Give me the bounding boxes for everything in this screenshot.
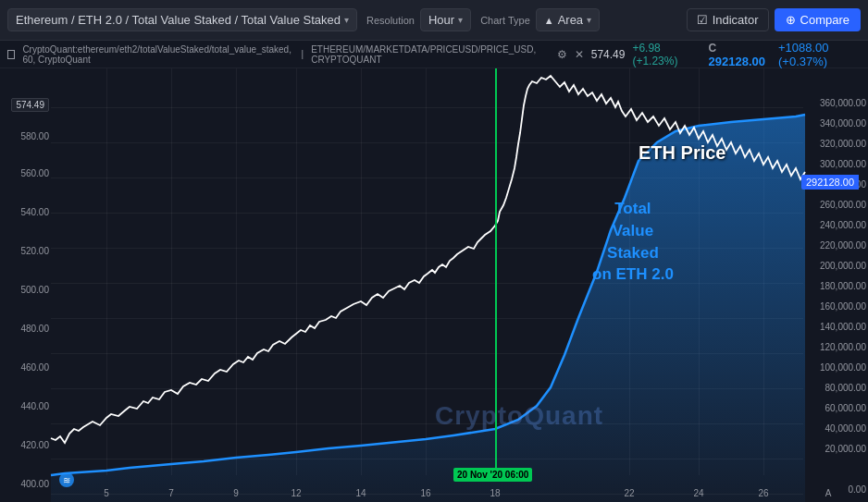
indicator-checkbox: ☑: [697, 13, 708, 27]
y-axis-left: 574.49 580.00 560.00 540.00 520.00 500.0…: [0, 96, 51, 494]
top-bar: Ethereum / ETH 2.0 / Total Value Staked …: [0, 0, 868, 41]
tvs-label: Total Value Staked on ETH 2.0: [592, 198, 674, 286]
legend-series: CryptoQuant:ethereum/eth2/totalValueStak…: [22, 44, 293, 65]
y-right-14: 100,000.00: [820, 362, 866, 373]
settings-icon[interactable]: ⚙: [557, 48, 567, 61]
y-right-16: 60,000.00: [825, 403, 867, 413]
x-label-14: 14: [355, 488, 366, 498]
y-right-1: 360,000.00: [820, 98, 866, 108]
y-left-4: 520.00: [20, 246, 49, 256]
compare-icon: ⊕: [786, 13, 796, 27]
chart-type-value: Area: [558, 13, 583, 27]
y-right-10: 180,000.00: [820, 281, 866, 291]
y-right-9: 200,000.00: [820, 261, 866, 271]
resolution-section-label: Resolution: [366, 15, 415, 26]
compare-label: Compare: [800, 13, 849, 27]
resolution-value: Hour: [428, 13, 454, 27]
indicator-label: Indicator: [713, 13, 759, 27]
symbol-label: Ethereum / ETH 2.0 / Total Value Staked …: [16, 13, 341, 27]
y-left-8: 440.00: [20, 401, 49, 411]
chart-svg: ≋: [0, 68, 868, 502]
y-left-3: 540.00: [20, 207, 49, 217]
resolution-chevron: ▾: [458, 15, 463, 25]
info-bar: CryptoQuant:ethereum/eth2/totalValueStak…: [0, 41, 868, 68]
y-right-4: 300,000.00: [820, 159, 866, 169]
resolution-dropdown[interactable]: Hour ▾: [420, 8, 471, 31]
x-label-24: 24: [693, 488, 703, 498]
separator1: |: [302, 49, 304, 59]
y-left-9: 420.00: [20, 440, 49, 450]
y-axis-right: 360,000.00 340,000.00 320,000.00 300,000…: [801, 96, 868, 494]
symbol-chevron: ▾: [344, 15, 349, 25]
y-right-12: 140,000.00: [820, 322, 866, 332]
y-left-1: 580.00: [20, 131, 49, 141]
y-right-3: 320,000.00: [820, 139, 866, 149]
price-change: +6.98 (+1.23%): [632, 42, 693, 67]
chart-container: CryptoQuant:ethereum/eth2/totalValueStak…: [0, 41, 868, 502]
green-line-date: 20 Nov '20 06:00: [453, 468, 532, 482]
y-left-5: 500.00: [20, 285, 49, 295]
y-right-18: 20,000.00: [825, 444, 867, 454]
price-display: 574.49: [591, 48, 626, 61]
y-right-19: 0.00: [849, 484, 866, 495]
price-badge-right: 292128.00: [801, 175, 859, 190]
symbol-dropdown[interactable]: Ethereum / ETH 2.0 / Total Value Staked …: [7, 8, 357, 31]
chart-type-dropdown[interactable]: ▲ Area ▾: [536, 8, 600, 31]
y-left-2: 560.00: [20, 168, 49, 178]
y-left-7: 460.00: [20, 362, 49, 373]
c-value: C 292128.00: [709, 41, 765, 68]
y-right-13: 120,000.00: [820, 342, 866, 352]
compare-button[interactable]: ⊕ Compare: [775, 8, 861, 31]
c-change: +1088.00 (+0.37%): [778, 41, 861, 68]
c-price: 292128.00: [709, 55, 765, 68]
y-left-10: 400.00: [20, 479, 49, 489]
x-label-26: 26: [758, 488, 768, 498]
x-label-9: 9: [233, 488, 239, 498]
chart-type-chevron: ▾: [587, 15, 591, 25]
y-left-6: 480.00: [20, 324, 49, 334]
eth-price-label: ETH Price: [639, 142, 725, 164]
symbol2: ETHEREUM/MARKETDATA/PRICEUSD/PRICE_USD, …: [311, 44, 550, 65]
x-label-a: A: [825, 488, 832, 498]
x-label-18: 18: [490, 488, 500, 498]
x-label-16: 16: [420, 488, 430, 498]
y-right-17: 40,000.00: [825, 423, 867, 434]
y-right-8: 220,000.00: [820, 240, 866, 251]
y-right-6: 260,000.00: [820, 200, 866, 210]
chart-type-icon: ▲: [544, 15, 554, 26]
indicator-button[interactable]: ☑ Indicator: [687, 8, 769, 31]
legend-square: [7, 50, 15, 59]
x-label-22: 22: [624, 488, 634, 498]
close-icon[interactable]: ✕: [575, 48, 584, 61]
y-right-7: 240,000.00: [820, 220, 866, 230]
y-right-15: 80,000.00: [825, 383, 867, 393]
watermark: CryptoQuant: [435, 401, 603, 431]
x-label-12: 12: [291, 488, 301, 498]
c-label: C: [709, 42, 717, 55]
x-axis: 5 7 9 12 14 16 18 22 24 26 A: [51, 482, 801, 500]
x-label-5: 5: [104, 488, 109, 498]
chart-type-section-label: Chart Type: [480, 15, 530, 26]
current-price-left-badge: 574.49: [11, 98, 49, 112]
y-right-2: 340,000.00: [820, 118, 866, 129]
x-label-7: 7: [168, 488, 174, 498]
y-right-11: 160,000.00: [820, 301, 866, 312]
